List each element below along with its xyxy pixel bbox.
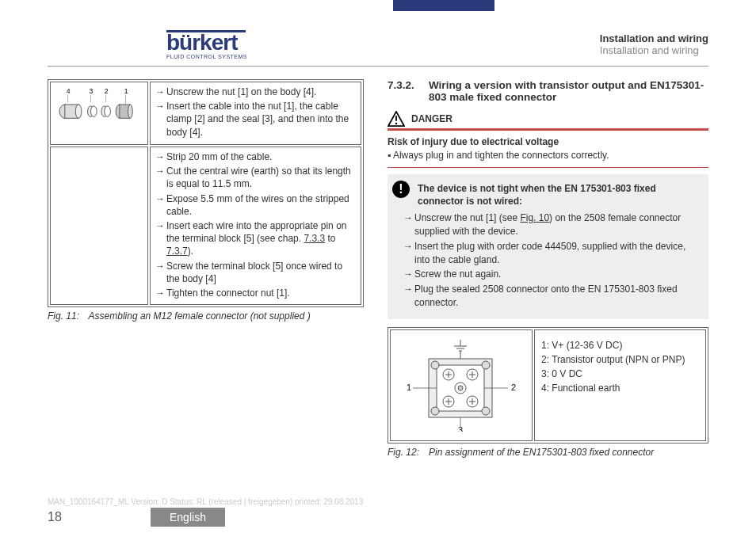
step: →Expose 5.5 mm of the wires on the strip… xyxy=(155,192,356,218)
header-title-bold: Installation and wiring xyxy=(600,32,708,44)
danger-bullet: ▪ Always plug in and tighten the connect… xyxy=(388,149,708,162)
arrow-icon: → xyxy=(155,192,166,218)
danger-label: DANGER xyxy=(411,113,452,124)
pin-legend-item: 3: 0 V DC xyxy=(541,368,699,379)
danger-top-rule xyxy=(388,128,708,131)
top-accent-bar xyxy=(393,0,494,11)
danger-subtitle: Risk of injury due to electrical voltage xyxy=(388,135,708,149)
svg-text:4: 4 xyxy=(67,87,71,95)
arrow-icon: → xyxy=(403,283,414,310)
section-number: 7.3.2. xyxy=(388,79,429,103)
svg-text:2: 2 xyxy=(511,383,516,392)
svg-point-21 xyxy=(395,123,398,125)
pin-legend: 1: V+ (12-36 V DC) 2: Transistor output … xyxy=(541,340,699,394)
svg-point-12 xyxy=(90,106,97,116)
danger-callout: DANGER Risk of injury due to electrical … xyxy=(388,111,708,168)
bullet-icon: ▪ xyxy=(388,150,391,161)
assembly-table: 4 3 2 1 xyxy=(48,79,364,307)
language-indicator: English xyxy=(151,508,225,527)
arrow-icon: → xyxy=(155,86,166,98)
step: →Insert each wire into the appropriate p… xyxy=(155,219,356,258)
page-footer: 18 English xyxy=(48,508,708,527)
info-exclamation-icon: ! xyxy=(392,181,410,198)
connector-svg: 4 3 2 1 xyxy=(55,86,143,124)
svg-point-14 xyxy=(105,106,111,116)
arrow-icon: → xyxy=(155,287,166,299)
header-titles: Installation and wiring Installation and… xyxy=(600,32,708,56)
svg-point-32 xyxy=(482,407,490,415)
pin-legend-item: 4: Functional earth xyxy=(541,383,699,394)
brand-name: bürkert xyxy=(166,32,237,52)
arrow-icon: → xyxy=(403,268,414,281)
svg-text:3: 3 xyxy=(458,425,463,432)
assembly-steps-cell-1: →Unscrew the nut [1] on the body [4]. →I… xyxy=(150,82,361,145)
page-header: bürkert FLUID CONTROL SYSTEMS Installati… xyxy=(48,22,708,67)
pin-legend-item: 2: Transistor output (NPN or PNP) xyxy=(541,354,699,365)
connector-diagram-cell: 4 3 2 1 xyxy=(50,82,148,145)
svg-point-30 xyxy=(482,361,490,369)
page-number: 18 xyxy=(48,510,151,524)
m12-connector-diagram: 4 3 2 1 xyxy=(55,86,143,141)
content-area: 4 3 2 1 xyxy=(48,79,708,493)
danger-body: Risk of injury due to electrical voltage… xyxy=(388,134,708,167)
arrow-icon: → xyxy=(403,211,414,238)
step: →Cut the central wire (earth) so that it… xyxy=(155,165,356,190)
figure-12-caption: Fig. 12: Pin assignment of the EN175301-… xyxy=(388,447,708,458)
assembly-steps-cell-2: →Strip 20 mm of the cable. →Cut the cent… xyxy=(150,147,361,305)
step: →Plug the sealed 2508 connector onto the… xyxy=(403,283,701,310)
step: →Insert the cable into the nut [1], the … xyxy=(155,100,356,139)
step: →Screw the nut again. xyxy=(403,268,701,281)
header-title-light: Installation and wiring xyxy=(600,44,708,56)
arrow-icon: → xyxy=(155,150,166,163)
figure-ref-link[interactable]: Fig. 10 xyxy=(520,212,549,223)
pin-legend-cell: 1: V+ (12-36 V DC) 2: Transistor output … xyxy=(534,329,706,441)
step: →Insert the plug with order code 444509,… xyxy=(403,240,701,267)
info-body: →Unscrew the nut [1] (see Fig. 10) on th… xyxy=(395,211,701,310)
arrow-icon: → xyxy=(155,260,166,285)
step: →Unscrew the nut [1] (see Fig. 10) on th… xyxy=(403,211,701,238)
arrow-icon: → xyxy=(155,165,166,190)
section-heading: 7.3.2. Wiring a version with transistor … xyxy=(388,79,708,103)
svg-point-10 xyxy=(75,105,82,118)
connector-pinout-diagram-cell: 1 2 3 xyxy=(390,329,533,441)
info-callout: ! The device is not tight when the EN 17… xyxy=(388,174,708,319)
step: →Unscrew the nut [1] on the body [4]. xyxy=(155,86,356,98)
arrow-icon: → xyxy=(155,219,166,258)
svg-text:1: 1 xyxy=(407,383,411,392)
pin-legend-item: 1: V+ (12-36 V DC) xyxy=(541,340,699,351)
left-column: 4 3 2 1 xyxy=(48,79,364,493)
step-with-figref: Unscrew the nut [1] (see Fig. 10) on the… xyxy=(414,211,701,238)
warning-triangle-icon xyxy=(388,111,405,127)
danger-header: DANGER xyxy=(388,111,708,127)
pin-assignment-table: 1 2 3 1: V+ (12-36 V DC) 2: Transistor o… xyxy=(388,327,708,444)
chapter-ref-link[interactable]: 7.3.3 xyxy=(304,233,325,244)
figure-11-caption: Fig. 11: Assembling an M12 female connec… xyxy=(48,310,364,322)
svg-point-36 xyxy=(458,386,463,390)
svg-point-31 xyxy=(431,407,439,415)
en175301-connector-svg: 1 2 3 xyxy=(397,337,524,432)
empty-cell xyxy=(50,147,148,305)
brand-logo: bürkert FLUID CONTROL SYSTEMS xyxy=(166,29,247,59)
step-with-refs: Insert each wire into the appropriate pi… xyxy=(166,219,356,258)
svg-text:3: 3 xyxy=(90,87,94,95)
right-column: 7.3.2. Wiring a version with transistor … xyxy=(388,79,708,493)
step: →Tighten the connector nut [1]. xyxy=(155,287,356,299)
info-heading: The device is not tight when the EN 1753… xyxy=(418,182,701,209)
svg-point-18 xyxy=(128,105,132,118)
brand-tagline: FLUID CONTROL SYSTEMS xyxy=(166,54,247,59)
svg-text:2: 2 xyxy=(105,87,109,95)
step: →Strip 20 mm of the cable. xyxy=(155,150,356,163)
section-title-text: Wiring a version with transistor output … xyxy=(429,79,708,103)
chapter-ref-link[interactable]: 7.3.7 xyxy=(166,246,188,257)
svg-text:1: 1 xyxy=(124,87,128,95)
document-status-line: MAN_1000164177_ML Version: D Status: RL … xyxy=(48,497,363,506)
arrow-icon: → xyxy=(155,100,166,139)
svg-point-29 xyxy=(431,361,439,369)
danger-bottom-rule xyxy=(388,167,708,168)
arrow-icon: → xyxy=(403,240,414,267)
step: →Screw the terminal block [5] once wired… xyxy=(155,260,356,285)
